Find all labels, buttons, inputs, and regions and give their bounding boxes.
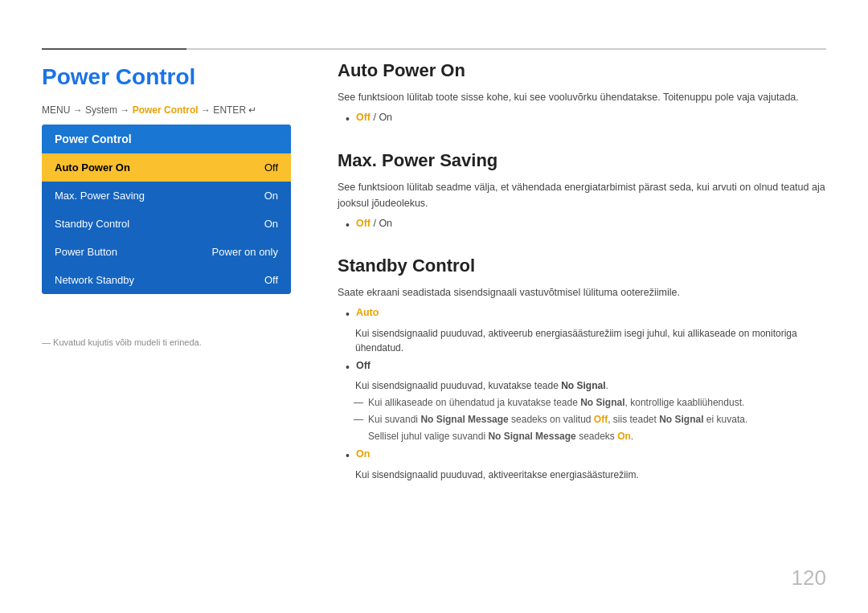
menu-item-label: Standby Control [55, 218, 129, 230]
menu-enter-icon: ↵ [248, 104, 256, 116]
menu-item-value: Off [264, 274, 278, 286]
bullet-dot: • [346, 307, 350, 323]
bullet-dot: • [346, 112, 350, 128]
note-text: — Kuvatud kujutis võib mudeli ti erineda… [42, 337, 202, 347]
right-content: Auto Power On See funktsioon lülitab too… [338, 60, 826, 505]
menu-item-value: On [264, 218, 278, 230]
off-highlight: Off [594, 414, 608, 425]
no-signal-highlight: No Signal [580, 397, 624, 408]
sub-bullet-text: Kui allikaseade on ühendatud ja kuvataks… [368, 395, 744, 410]
on-label: On [356, 448, 370, 460]
menu-item-auto-power-on[interactable]: Auto Power On Off [42, 153, 291, 182]
sub-bullet-2: — Kui suvandi No Signal Message seadeks … [354, 412, 826, 427]
bullet-dot: • [346, 360, 350, 376]
page-number: 120 [792, 566, 826, 591]
section-auto-power-on: Auto Power On See funktsioon lülitab too… [338, 60, 826, 128]
bullet-max-power-saving: • Off / On [346, 218, 826, 234]
sub-bullet-1: — Kui allikaseade on ühendatud ja kuvata… [354, 395, 826, 410]
off-subdesc: Kui sisendsignaalid puuduvad, kuvatakse … [355, 378, 826, 393]
left-panel: Power Control Auto Power On Off Max. Pow… [42, 125, 291, 294]
menu-item-label: Auto Power On [55, 161, 130, 174]
divider-right [313, 48, 826, 50]
menu-item-standby-control[interactable]: Standby Control On [42, 210, 291, 238]
bullet-item-auto: • Auto [346, 307, 826, 323]
menu-item-label: Power Button [55, 246, 117, 258]
on-highlight: On [617, 431, 631, 442]
section-standby-control: Standby Control Saate ekraani seadistada… [338, 255, 826, 482]
no-signal-highlight: No Signal [561, 380, 605, 391]
sub-bullet-text: Sellisel juhul valige suvandi No Signal … [368, 429, 633, 443]
section-desc-max-power-saving: See funktsioon lülitab seadme välja, et … [338, 179, 826, 211]
bullet-item-on: • On [346, 448, 826, 464]
menu-item-max-power-saving[interactable]: Max. Power Saving On [42, 182, 291, 210]
menu-highlight: Power Control [133, 104, 199, 116]
section-desc-standby-control: Saate ekraani seadistada sisendsignaali … [338, 284, 826, 300]
off-label: Off [356, 360, 371, 371]
off-label: Off [356, 112, 371, 123]
page-title: Power Control [42, 64, 195, 90]
auto-label: Auto [356, 307, 379, 318]
dash: — [354, 412, 363, 427]
menu-item-network-standby[interactable]: Network Standby Off [42, 266, 291, 294]
bullet-text: Off / On [356, 218, 392, 229]
bullet-item-off: • Off [346, 360, 826, 376]
no-signal-msg-highlight: No Signal Message [488, 431, 575, 442]
off-label: Off [356, 218, 371, 229]
menu-path: MENU → System → Power Control → ENTER ↵ [42, 104, 256, 116]
menu-item-value: On [264, 190, 278, 202]
menu-item-label: Network Standby [55, 274, 134, 286]
no-signal-highlight: No Signal [659, 414, 703, 425]
menu-item-value: Off [264, 161, 278, 174]
dash: — [354, 395, 363, 410]
menu-item-power-button[interactable]: Power Button Power on only [42, 238, 291, 266]
sub-bullet-3: — Sellisel juhul valige suvandi No Signa… [354, 429, 826, 443]
bullet-dot: • [346, 218, 350, 234]
auto-subdesc: Kui sisendsignaalid puuduvad, aktiveerub… [355, 326, 826, 355]
menu-suffix: → ENTER [199, 104, 249, 116]
bullet-text: Off / On [356, 112, 392, 123]
top-bar-accent [42, 48, 186, 50]
bullet-auto-power-on: • Off / On [346, 112, 826, 128]
sub-bullet-text: Kui suvandi No Signal Message seadeks on… [368, 412, 747, 427]
on-subdesc: Kui sisendsignaalid puuduvad, aktiveerit… [355, 468, 826, 482]
menu-prefix: MENU → System → [42, 104, 133, 116]
bullet-standby-on: • On Kui sisendsignaalid puuduvad, aktiv… [338, 448, 826, 482]
bullet-standby-off: • Off Kui sisendsignaalid puuduvad, kuva… [338, 360, 826, 444]
section-title-max-power-saving: Max. Power Saving [338, 150, 826, 171]
bullet-standby-auto: • Auto Kui sisendsignaalid puuduvad, akt… [338, 307, 826, 355]
section-title-standby-control: Standby Control [338, 255, 826, 276]
panel-title: Power Control [42, 125, 291, 153]
section-max-power-saving: Max. Power Saving See funktsioon lülitab… [338, 150, 826, 234]
menu-item-label: Max. Power Saving [55, 190, 145, 202]
bullet-dot: • [346, 448, 350, 464]
panel-box: Power Control Auto Power On Off Max. Pow… [42, 125, 291, 294]
menu-item-value: Power on only [212, 246, 278, 258]
no-signal-msg-highlight: No Signal Message [420, 414, 508, 425]
section-desc-auto-power-on: See funktsioon lülitab toote sisse kohe,… [338, 89, 826, 105]
section-title-auto-power-on: Auto Power On [338, 60, 826, 81]
